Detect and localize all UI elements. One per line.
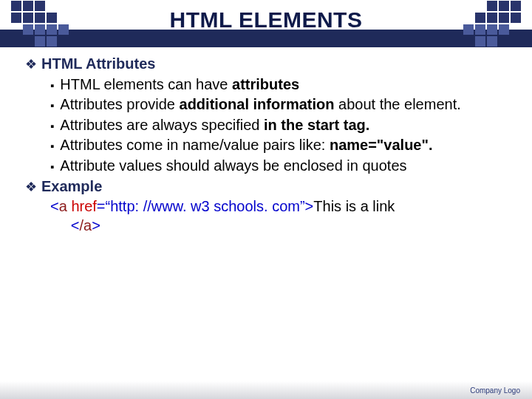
decorative-squares-right — [463, 0, 522, 47]
section-heading-text: HTML Attributes — [41, 55, 155, 74]
text-fragment: about the element. — [335, 96, 461, 112]
code-fragment: < — [71, 217, 80, 233]
code-fragment: This is a link — [313, 198, 395, 214]
bullet-text: Attributes come in name/value pairs like… — [60, 136, 513, 155]
bullet-item: ▪ HTML elements can have attributes — [50, 75, 513, 95]
decorative-squares-left — [10, 0, 69, 47]
text-fragment: Attributes provide — [60, 96, 179, 112]
bullet-text: Attribute values should always be enclos… — [60, 157, 513, 176]
diamond-bullet-icon: ❖ — [25, 56, 37, 73]
bullet-text: Attributes provide additional informatio… — [60, 95, 513, 115]
code-fragment: =“http: //www. w3 schools. com” — [97, 198, 305, 214]
square-bullet-icon: ▪ — [50, 139, 54, 153]
square-bullet-icon: ▪ — [50, 160, 54, 174]
text-fragment: HTML elements can have — [60, 76, 232, 92]
bullet-item: ▪ Attribute values should always be encl… — [50, 157, 513, 176]
square-bullet-icon: ▪ — [50, 119, 54, 133]
code-fragment: a — [59, 198, 72, 214]
bold-fragment: attributes — [232, 76, 299, 92]
code-example: <a href=“http: //www. w3 schools. com”>T… — [50, 197, 513, 235]
bullet-text: Attributes are always specified in the s… — [60, 116, 513, 135]
footer-gradient — [0, 381, 532, 399]
bullet-item: ▪ Attributes provide additional informat… — [50, 95, 513, 115]
bullet-item: ▪ Attributes are always specified in the… — [50, 116, 513, 135]
bold-fragment: additional information — [180, 96, 335, 112]
code-fragment: href — [71, 198, 96, 214]
section-heading-attributes: ❖ HTML Attributes — [25, 55, 513, 74]
square-bullet-icon: ▪ — [50, 98, 54, 112]
bullet-text: HTML elements can have attributes — [60, 75, 513, 95]
slide-title: HTML ELEMENTS — [0, 7, 532, 33]
footer-logo-text: Company Logo — [470, 386, 520, 395]
square-bullet-icon: ▪ — [50, 78, 54, 92]
bold-fragment: in the start tag. — [264, 117, 369, 133]
code-fragment: > — [305, 198, 314, 214]
text-fragment: Attributes are always specified — [60, 117, 264, 133]
code-fragment: > — [92, 217, 100, 233]
content-area: ❖ HTML Attributes ▪ HTML elements can ha… — [25, 53, 513, 235]
section-heading-text: Example — [41, 177, 102, 197]
bold-fragment: name="value". — [330, 137, 433, 153]
code-fragment: < — [50, 198, 59, 214]
bullet-list: ▪ HTML elements can have attributes ▪ At… — [50, 75, 513, 176]
text-fragment: Attributes come in name/value pairs like… — [60, 137, 330, 153]
bullet-item: ▪ Attributes come in name/value pairs li… — [50, 136, 513, 155]
code-fragment: /a — [79, 217, 92, 233]
section-heading-example: ❖ Example — [25, 177, 513, 197]
diamond-bullet-icon: ❖ — [25, 179, 37, 196]
